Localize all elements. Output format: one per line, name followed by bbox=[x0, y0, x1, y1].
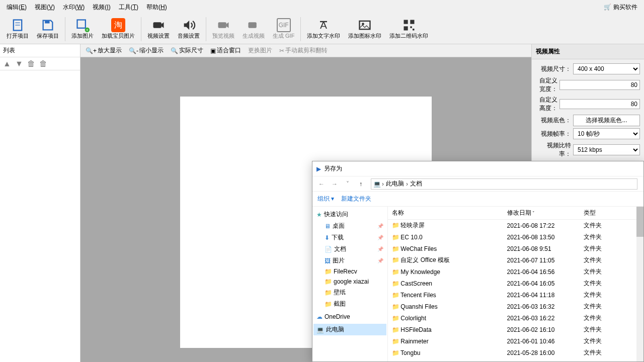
open-project-button[interactable]: 打开项目 bbox=[3, 15, 33, 43]
menu-watermark[interactable]: 水印(W) bbox=[59, 1, 89, 14]
video-size-select[interactable]: 400 x 400 bbox=[573, 63, 640, 74]
breadcrumb-documents[interactable]: 文档 bbox=[409, 179, 423, 188]
move-up-button[interactable]: ▲ bbox=[1, 58, 13, 70]
audio-icon bbox=[182, 18, 196, 32]
tree-google[interactable]: 📁google xiazai bbox=[313, 277, 386, 287]
audio-settings-button[interactable]: 音频设置 bbox=[174, 15, 204, 43]
main-toolbar: 打开项目 保存项目 +添加图片 淘加载宝贝图片 视频设置 音频设置 预览视频 生… bbox=[0, 14, 644, 44]
svg-rect-15 bbox=[404, 20, 408, 24]
buy-label: 购买软件 bbox=[613, 3, 637, 12]
col-type[interactable]: 类型 bbox=[580, 207, 643, 220]
tree-filerecv[interactable]: 📁FileRecv bbox=[313, 266, 386, 277]
table-row[interactable]: 📁 Tongbu2021-05-28 16:00文件夹 bbox=[388, 347, 643, 358]
fit-window-button[interactable]: ▣适合窗口 bbox=[207, 45, 244, 56]
video-settings-button[interactable]: 视频设置 bbox=[143, 15, 174, 43]
zoom-out-button[interactable]: 🔍-缩小显示 bbox=[126, 45, 167, 56]
folder-icon: 📁 bbox=[325, 301, 332, 308]
menu-video[interactable]: 视频(I) bbox=[89, 1, 114, 14]
table-row[interactable]: 📁 轻映录屏2021-06-08 17:22文件夹 bbox=[388, 220, 643, 232]
table-row[interactable]: 📁 Tencent Files2021-06-04 11:18文件夹 bbox=[388, 289, 643, 301]
table-row[interactable]: 📁 Colorlight2021-06-03 16:22文件夹 bbox=[388, 312, 643, 324]
fps-select[interactable]: 10 帧/秒 bbox=[573, 128, 640, 139]
nav-forward-button[interactable]: → bbox=[329, 178, 341, 190]
pc-icon: 💻 bbox=[373, 180, 381, 188]
new-folder-button[interactable]: 新建文件夹 bbox=[341, 195, 371, 203]
menu-help[interactable]: 帮助(H) bbox=[142, 1, 171, 14]
folder-icon: 📁 bbox=[392, 222, 399, 229]
folder-icon: 📁 bbox=[392, 256, 399, 263]
tree-pictures[interactable]: 🖼图片📌 bbox=[313, 255, 386, 266]
tree-desktop[interactable]: 🖥桌面📌 bbox=[313, 220, 386, 232]
taobao-icon: 淘 bbox=[111, 18, 125, 32]
bitrate-select[interactable]: 512 kbps bbox=[573, 144, 640, 155]
breadcrumb[interactable]: 💻 › 此电脑 › 文档 bbox=[371, 178, 637, 190]
menu-view[interactable]: 视图(V) bbox=[31, 1, 59, 14]
crop-rotate-button[interactable]: ✂手动裁剪和翻转 bbox=[276, 45, 331, 56]
replace-image-button[interactable]: 更换图片 bbox=[245, 45, 275, 56]
svg-text:+: + bbox=[86, 28, 89, 32]
folder-icon: 📁 bbox=[392, 234, 399, 241]
save-project-button[interactable]: 保存项目 bbox=[33, 15, 63, 43]
gen-gif-button[interactable]: GIF生成 GIF bbox=[269, 15, 298, 43]
buy-software-button[interactable]: 🛒 购买软件 bbox=[600, 2, 641, 13]
custom-height-input[interactable] bbox=[559, 99, 640, 109]
breadcrumb-thispc[interactable]: 此电脑 bbox=[385, 179, 405, 188]
nav-recent-button[interactable]: ˅ bbox=[342, 178, 354, 190]
custom-width-input[interactable] bbox=[559, 80, 640, 90]
tree-quick-access[interactable]: ★快速访问 bbox=[313, 209, 386, 220]
add-image-watermark-button[interactable]: 添加图标水印 bbox=[344, 15, 385, 43]
cloud-icon: ☁ bbox=[316, 313, 323, 320]
table-row[interactable]: 📁 Quanshi Files2021-06-03 16:32文件夹 bbox=[388, 301, 643, 312]
pin-icon: 📌 bbox=[377, 235, 383, 240]
table-row[interactable]: 📁 自定义 Office 模板2021-06-07 11:05文件夹 bbox=[388, 254, 643, 266]
delete-button[interactable]: 🗑 bbox=[25, 58, 37, 70]
folder-icon: 📁 bbox=[325, 268, 332, 275]
document-icon: 📄 bbox=[325, 246, 332, 253]
dialog-app-icon: ▶ bbox=[316, 165, 321, 172]
svg-rect-19 bbox=[413, 29, 415, 31]
panel-title: 视频属性 bbox=[532, 44, 644, 59]
nav-up-button[interactable]: ↑ bbox=[355, 178, 367, 190]
actual-size-icon: 🔍 bbox=[171, 47, 178, 54]
move-down-button[interactable]: ▼ bbox=[13, 58, 25, 70]
text-icon: A bbox=[316, 18, 331, 32]
menu-edit[interactable]: 编辑(E) bbox=[3, 1, 31, 14]
add-qr-watermark-button[interactable]: 添加二维码水印 bbox=[385, 15, 432, 43]
add-text-watermark-button[interactable]: A添加文字水印 bbox=[303, 15, 344, 43]
menu-tools[interactable]: 工具(T) bbox=[115, 1, 142, 14]
fit-icon: ▣ bbox=[210, 47, 216, 54]
table-row[interactable]: 📁 EC 10.02021-06-08 13:50文件夹 bbox=[388, 231, 643, 243]
table-row[interactable]: 📁 WeChat Files2021-06-08 9:51文件夹 bbox=[388, 243, 643, 254]
vertical-scrollbar[interactable] bbox=[636, 207, 643, 361]
zoom-in-button[interactable]: 🔍+放大显示 bbox=[83, 45, 125, 56]
folder-tree: ★快速访问 🖥桌面📌 ⬇下载📌 📄文档📌 🖼图片📌 📁FileRecv 📁goo… bbox=[312, 207, 388, 361]
folder-icon: 📁 bbox=[392, 338, 399, 345]
actual-size-button[interactable]: 🔍实际尺寸 bbox=[168, 45, 206, 56]
col-name[interactable]: 名称 bbox=[388, 207, 503, 220]
svg-point-14 bbox=[362, 23, 365, 25]
video-icon bbox=[151, 18, 166, 32]
col-date[interactable]: 修改日期 bbox=[503, 207, 580, 220]
pc-icon: 💻 bbox=[316, 326, 324, 333]
svg-rect-16 bbox=[410, 20, 414, 24]
tree-downloads[interactable]: ⬇下载📌 bbox=[313, 232, 386, 243]
load-taobao-button[interactable]: 淘加载宝贝图片 bbox=[98, 15, 139, 43]
image-list-panel: 列表 ▲ ▼ 🗑 🗑 bbox=[0, 44, 80, 362]
tree-thispc[interactable]: 💻此电脑 bbox=[313, 324, 386, 335]
tree-documents[interactable]: 📄文档📌 bbox=[313, 243, 386, 255]
choose-bgcolor-button[interactable]: 选择视频底色... bbox=[573, 115, 640, 126]
svg-rect-7 bbox=[153, 22, 162, 28]
preview-video-button[interactable]: 预览视频 bbox=[208, 15, 238, 43]
tree-onedrive[interactable]: ☁OneDrive bbox=[313, 312, 386, 322]
add-image-button[interactable]: +添加图片 bbox=[67, 15, 98, 43]
tree-wallpaper[interactable]: 📁壁纸 bbox=[313, 287, 386, 298]
tree-screenshot[interactable]: 📁截图 bbox=[313, 298, 386, 310]
organize-menu[interactable]: 组织 ▾ bbox=[317, 195, 334, 203]
table-row[interactable]: 📁 HSFileData2021-06-02 16:10文件夹 bbox=[388, 324, 643, 335]
nav-back-button[interactable]: ← bbox=[315, 178, 328, 190]
gen-video-button[interactable]: 生成视频 bbox=[238, 15, 269, 43]
table-row[interactable]: 📁 My Knowledge2021-06-04 16:56文件夹 bbox=[388, 266, 643, 278]
table-row[interactable]: 📁 CastScreen2021-06-04 16:05文件夹 bbox=[388, 278, 643, 289]
table-row[interactable]: 📁 Rainmeter2021-06-01 10:46文件夹 bbox=[388, 335, 643, 347]
clear-button[interactable]: 🗑 bbox=[37, 58, 49, 70]
